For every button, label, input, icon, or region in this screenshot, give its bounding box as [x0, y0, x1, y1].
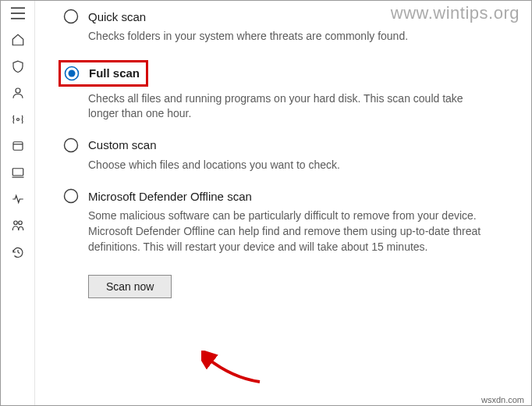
- svg-point-13: [65, 10, 78, 23]
- account-icon[interactable]: [10, 85, 26, 101]
- radio-unselected-icon: [63, 188, 79, 204]
- home-icon[interactable]: [10, 32, 26, 48]
- option-desc: Checks all files and running programs on…: [88, 91, 494, 122]
- radio-selected-icon: [64, 66, 80, 81]
- option-label: Full scan: [89, 66, 140, 80]
- scan-options-pane: Quick scan Checks folders in your system…: [35, 1, 531, 405]
- option-label: Quick scan: [88, 10, 146, 23]
- option-desc: Some malicious software can be particula…: [88, 208, 494, 255]
- radio-row-offline[interactable]: Microsoft Defender Offline scan: [63, 188, 503, 204]
- svg-rect-7: [12, 169, 23, 176]
- option-desc: Checks folders in your system where thre…: [88, 29, 494, 45]
- shield-icon[interactable]: [10, 59, 26, 74]
- option-label: Microsoft Defender Offline scan: [88, 190, 252, 203]
- svg-point-4: [16, 119, 19, 121]
- svg-point-17: [65, 190, 78, 203]
- svg-point-10: [18, 221, 22, 225]
- device-security-icon[interactable]: [10, 165, 26, 180]
- radio-row-custom[interactable]: Custom scan: [63, 137, 503, 153]
- option-label: Custom scan: [88, 138, 157, 151]
- option-full-scan: Full scan Checks all files and running p…: [63, 60, 503, 122]
- app-browser-icon[interactable]: [10, 138, 26, 154]
- svg-rect-5: [13, 142, 23, 151]
- option-custom-scan: Custom scan Choose which files and locat…: [63, 137, 503, 173]
- svg-line-12: [18, 252, 20, 254]
- radio-row-full[interactable]: Full scan: [59, 60, 148, 87]
- menu-icon[interactable]: [10, 5, 26, 21]
- svg-point-15: [69, 69, 76, 77]
- scan-now-button[interactable]: Scan now: [88, 275, 172, 298]
- firewall-icon[interactable]: [10, 112, 26, 127]
- family-icon[interactable]: [10, 218, 26, 233]
- app-window: Quick scan Checks folders in your system…: [0, 0, 532, 406]
- svg-point-9: [13, 221, 17, 225]
- radio-unselected-icon: [63, 137, 79, 153]
- radio-unselected-icon: [63, 9, 79, 24]
- radio-row-quick[interactable]: Quick scan: [63, 9, 503, 24]
- option-desc: Choose which files and locations you wan…: [88, 158, 494, 173]
- option-offline-scan: Microsoft Defender Offline scan Some mal…: [63, 188, 503, 255]
- sidebar: [1, 1, 35, 405]
- option-quick-scan: Quick scan Checks folders in your system…: [63, 9, 503, 45]
- svg-point-16: [65, 138, 78, 151]
- history-icon[interactable]: [10, 244, 26, 260]
- attribution-text: wsxdn.com: [481, 395, 524, 404]
- device-performance-icon[interactable]: [10, 191, 26, 207]
- svg-point-3: [16, 88, 20, 93]
- arrow-annotation-icon: [201, 351, 264, 385]
